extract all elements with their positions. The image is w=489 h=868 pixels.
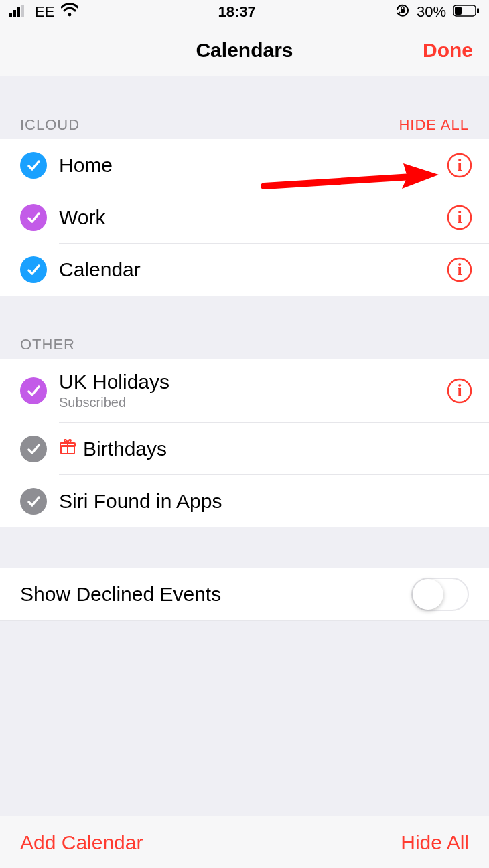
section-header-icloud: ICLOUD HIDE ALL [0, 76, 489, 139]
svg-rect-2 [17, 7, 20, 17]
calendar-row-work[interactable]: Work i [0, 191, 489, 244]
page-title: Calendars [196, 39, 293, 62]
show-declined-label: Show Declined Events [20, 583, 221, 606]
orientation-lock-icon [395, 3, 410, 21]
svg-rect-0 [9, 13, 12, 17]
info-button[interactable]: i [446, 256, 473, 283]
calendar-row-birthdays[interactable]: Birthdays [0, 423, 489, 475]
carrier-label: EE [35, 3, 54, 21]
other-calendar-list: UK Holidays Subscribed i [0, 359, 489, 527]
svg-rect-7 [477, 8, 479, 13]
calendar-label: Home [59, 154, 446, 177]
svg-text:i: i [457, 260, 462, 279]
svg-text:i: i [457, 155, 462, 175]
icloud-calendar-list: Home i Work i Calendar i [0, 139, 489, 296]
calendar-row-uk-holidays[interactable]: UK Holidays Subscribed i [0, 359, 489, 423]
battery-pct: 30% [417, 3, 446, 21]
hide-all-icloud[interactable]: HIDE ALL [399, 116, 469, 134]
section-header-other: OTHER [0, 296, 489, 359]
svg-rect-3 [21, 5, 24, 17]
calendar-sublabel: Subscribed [59, 395, 446, 410]
checkmark-icon [20, 152, 47, 179]
info-button[interactable]: i [446, 204, 473, 231]
calendar-label: Siri Found in Apps [59, 490, 473, 513]
calendar-row-siri[interactable]: Siri Found in Apps [0, 475, 489, 527]
declined-events-group: Show Declined Events [0, 568, 489, 621]
bottom-toolbar: Add Calendar Hide All [0, 816, 489, 868]
calendar-label: Birthdays [83, 438, 167, 460]
section-title-icloud: ICLOUD [20, 116, 80, 134]
show-declined-toggle[interactable] [411, 578, 469, 611]
status-bar: EE 18:37 30% [0, 0, 489, 24]
done-button[interactable]: Done [423, 39, 473, 62]
calendar-label: Calendar [59, 258, 446, 281]
battery-icon [453, 3, 480, 21]
checkmark-icon [20, 488, 47, 515]
svg-point-4 [68, 13, 72, 17]
svg-rect-5 [401, 9, 405, 13]
clock: 18:37 [218, 3, 256, 21]
signal-icon [9, 3, 28, 21]
gift-icon [59, 438, 76, 460]
calendar-label: Work [59, 206, 446, 229]
svg-rect-8 [455, 7, 462, 15]
checkmark-icon [20, 204, 47, 231]
svg-text:i: i [457, 381, 462, 400]
section-title-other: OTHER [20, 336, 75, 353]
svg-text:i: i [457, 207, 462, 227]
calendar-label: UK Holidays [59, 371, 446, 394]
checkmark-icon [20, 377, 47, 404]
info-button[interactable]: i [446, 152, 473, 179]
nav-bar: Calendars Done [0, 24, 489, 76]
svg-rect-1 [13, 10, 16, 17]
add-calendar-button[interactable]: Add Calendar [20, 831, 143, 854]
hide-all-button[interactable]: Hide All [401, 831, 469, 854]
wifi-icon [61, 3, 78, 21]
checkmark-icon [20, 436, 47, 462]
calendar-row-home[interactable]: Home i [0, 139, 489, 191]
checkmark-icon [20, 256, 47, 283]
info-button[interactable]: i [446, 377, 473, 404]
calendar-row-calendar[interactable]: Calendar i [0, 244, 489, 296]
